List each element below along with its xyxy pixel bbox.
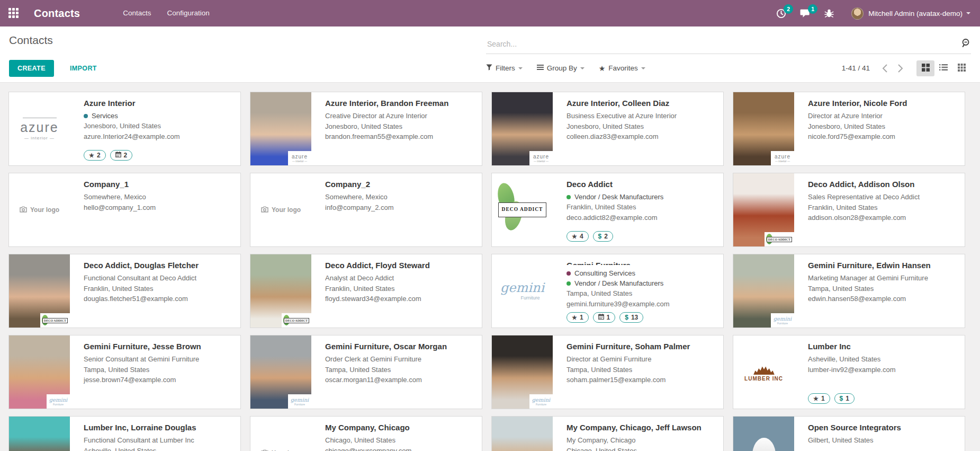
contact-detail-line: Jonesboro, United States [325, 121, 474, 132]
opportunity-count-badge[interactable]: $1 [834, 393, 855, 404]
contact-detail-line: floyd.steward34@example.com [325, 294, 474, 304]
star-count-badge[interactable]: ★2 [84, 150, 106, 161]
star-count-badge[interactable]: ★1 [808, 393, 830, 404]
contact-name[interactable]: Azure Interior, Colleen Diaz [567, 99, 716, 108]
search-input[interactable] [486, 40, 960, 48]
contact-name[interactable]: Deco Addict, Addison Olson [808, 180, 957, 189]
pager: 1-41 / 41 [842, 62, 908, 75]
contact-name[interactable]: Deco Addict [567, 180, 716, 189]
contact-detail-line: jesse.brown74@example.com [84, 375, 233, 385]
contact-card-body: Deco Addict, Addison Olson Sales Represe… [794, 173, 965, 246]
opportunity-count-badge[interactable]: $2 [593, 231, 613, 242]
kanban-view-button[interactable] [916, 60, 934, 76]
contact-name[interactable]: Gemini Furniture, Soham Palmer [567, 342, 716, 351]
badge-count: 1 [821, 395, 825, 402]
contact-tags: Services [84, 111, 233, 121]
search-icon[interactable] [960, 38, 971, 50]
user-avatar[interactable] [851, 7, 864, 20]
star-count-badge[interactable]: ★1 [567, 312, 589, 323]
contact-card[interactable]: geminiFurniture Gemini Furniture, Edwin … [733, 254, 965, 328]
contact-card[interactable]: geminiFurniture Gemini Furniture Consult… [491, 254, 724, 328]
meeting-count-badge[interactable]: 2 [110, 150, 133, 161]
grid-view-button[interactable] [952, 60, 970, 76]
contact-name[interactable]: Azure Interior, Nicole Ford [808, 99, 957, 108]
contact-detail-line: chicago@yourcompany.com [325, 446, 474, 451]
dollar-icon: $ [625, 314, 628, 321]
contact-card[interactable]: Lumber Inc, Lorraine Douglas Functional … [8, 416, 241, 451]
user-name[interactable]: Mitchell Admin (avatax-demo) [868, 10, 963, 17]
contact-name[interactable]: Gemini Furniture, Oscar Morgan [325, 342, 474, 351]
contact-card[interactable]: geminiFurniture Gemini Furniture, Soham … [491, 335, 724, 409]
filters-dropdown[interactable]: Filters [486, 64, 523, 72]
star-count-badge[interactable]: ★4 [567, 231, 589, 242]
contact-detail-line: Chicago, United States [325, 435, 474, 446]
contact-card[interactable]: geminiFurniture Gemini Furniture, Oscar … [250, 335, 482, 409]
contact-card[interactable]: My Company, Chicago, Jeff Lawson My Comp… [491, 416, 724, 451]
contact-name[interactable]: Gemini Furniture [567, 261, 716, 265]
contact-card[interactable]: azure— interior — Azure Interior, Brando… [250, 92, 482, 166]
contact-card[interactable]: Your logo My Company, Chicago Chicago, U… [250, 416, 482, 451]
contact-card-body: Deco Addict Vendor / Desk Manufacturers … [553, 173, 723, 246]
pager-previous-button[interactable] [877, 62, 893, 75]
company-logo-overlay: geminiFurniture [529, 394, 553, 409]
contact-name[interactable]: Lumber Inc, Lorraine Douglas [84, 423, 233, 432]
contact-detail-line: Business Executive at Azure Interior [567, 111, 716, 121]
create-button[interactable]: CREATE [9, 60, 54, 77]
nav-menu-configuration[interactable]: Configuration [159, 0, 217, 26]
group-by-dropdown[interactable]: Group By [537, 64, 585, 72]
contact-name[interactable]: Deco Addict, Floyd Steward [325, 261, 474, 270]
contact-photo: azure— interior — [492, 92, 553, 165]
group-by-icon [537, 64, 544, 72]
contact-card[interactable]: DECO ADDICT Deco Addict, Addison Olson S… [733, 173, 965, 247]
apps-menu-icon[interactable] [8, 8, 19, 19]
contact-card-body: Azure Interior, Colleen Diaz Business Ex… [553, 92, 723, 165]
tag-label: Vendor / Desk Manufacturers [574, 192, 663, 202]
contact-card[interactable]: LUMBER INC Lumber Inc Asheville, United … [733, 335, 965, 409]
contact-detail-line: Order Clerk at Gemini Furniture [325, 354, 474, 365]
star-icon: ★ [572, 234, 577, 240]
contact-name[interactable]: My Company, Chicago, Jeff Lawson [567, 423, 716, 432]
contact-card[interactable]: Open Source Integrators Gilbert, United … [733, 416, 965, 451]
contact-card[interactable]: azure— interior — Azure Interior, Nicole… [733, 92, 965, 166]
contact-name[interactable]: Azure Interior, Brandon Freeman [325, 99, 474, 108]
favorites-dropdown[interactable]: ★ Favorites [599, 64, 645, 72]
contact-name[interactable]: Company_2 [325, 180, 474, 189]
contact-name[interactable]: My Company, Chicago [325, 423, 474, 432]
contact-details: Somewhere, Mexicohello@company_1.com [84, 192, 233, 213]
opportunity-count-badge[interactable]: $13 [619, 312, 643, 323]
contact-card[interactable]: DECO ADDICT Deco Addict Vendor / Desk Ma… [491, 173, 724, 247]
company-logo-overlay: azure— interior — [771, 151, 794, 165]
meeting-count-badge[interactable]: 1 [593, 312, 616, 323]
user-menu-caret-icon[interactable] [966, 12, 970, 14]
contact-card[interactable]: geminiFurniture Gemini Furniture, Jesse … [8, 335, 241, 409]
import-button[interactable]: IMPORT [67, 64, 100, 73]
contact-name[interactable]: Deco Addict, Douglas Fletcher [84, 261, 233, 270]
contact-details: Somewhere, Mexicoinfo@company_2.com [325, 192, 474, 213]
contact-card[interactable]: azure— interior — Azure Interior Service… [8, 92, 241, 166]
contact-details: Order Clerk at Gemini FurnitureTampa, Un… [325, 354, 474, 385]
contact-name[interactable]: Company_1 [84, 180, 233, 189]
contact-detail-line: Tampa, United States [84, 365, 233, 375]
pager-next-button[interactable] [893, 62, 908, 75]
list-view-button[interactable] [934, 60, 952, 76]
contact-card-body: Azure Interior, Nicole Ford Director at … [794, 92, 965, 165]
messages-button[interactable]: 1 [800, 8, 811, 18]
contact-name[interactable]: Gemini Furniture, Edwin Hansen [808, 261, 957, 270]
contact-card[interactable]: DECO ADDICT Deco Addict, Floyd Steward A… [250, 254, 482, 328]
group-by-label: Group By [547, 64, 577, 72]
activities-button[interactable]: 2 [776, 8, 786, 19]
nav-menu-contacts[interactable]: Contacts [115, 0, 159, 26]
contact-name[interactable]: Lumber Inc [808, 342, 957, 351]
contact-card[interactable]: Your logo Company_2 Somewhere, Mexicoinf… [250, 173, 482, 247]
contact-card[interactable]: Your logo Company_1 Somewhere, Mexicohel… [8, 173, 241, 247]
contact-detail-line: Jonesboro, United States [567, 121, 716, 132]
contact-name[interactable]: Open Source Integrators [808, 423, 957, 432]
contact-name[interactable]: Gemini Furniture, Jesse Brown [84, 342, 233, 351]
contact-card[interactable]: azure— interior — Azure Interior, Collee… [491, 92, 724, 166]
badge-count: 2 [604, 233, 608, 240]
contact-name[interactable]: Azure Interior [84, 99, 233, 108]
contact-card[interactable]: DECO ADDICT Deco Addict, Douglas Fletche… [8, 254, 241, 328]
contact-detail-line: deco.addict82@example.com [567, 213, 716, 223]
contact-detail-line: lumber-inv92@example.com [808, 365, 957, 375]
debug-button[interactable] [824, 8, 834, 18]
